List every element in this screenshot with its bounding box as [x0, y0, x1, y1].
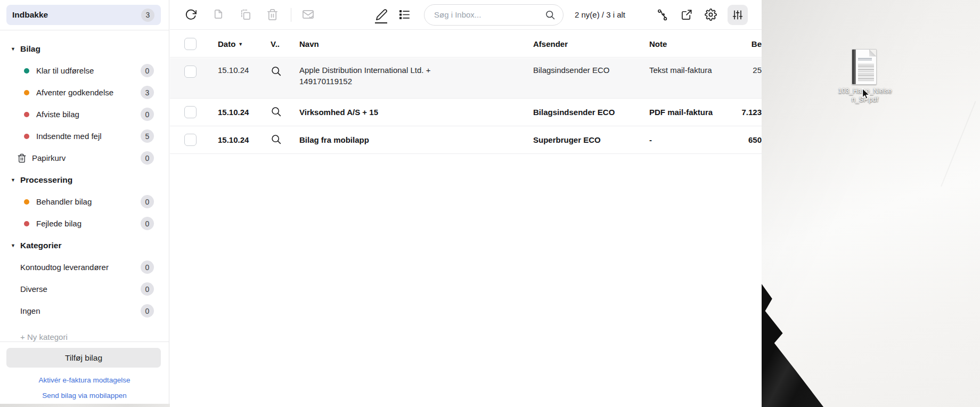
- count-badge: 0: [141, 217, 154, 230]
- row-name: Virksomhed A/S + 15: [290, 108, 533, 117]
- row-date: 15.10.24: [203, 108, 263, 117]
- sidebar-item-kontoudtog-leverandorer[interactable]: Kontoudtog leverandører 0: [0, 256, 169, 278]
- sidebar-section-kategorier[interactable]: ▼ Kategorier: [0, 234, 169, 256]
- new-category-button[interactable]: + Ny kategori: [0, 326, 169, 341]
- toolbar-separator: [291, 8, 291, 22]
- edit-mode-button[interactable]: [374, 8, 388, 22]
- status-dot-orange-icon: [24, 199, 29, 205]
- sidebar-item-afventer-godkendelse[interactable]: Afventer godkendelse 3: [0, 82, 169, 103]
- column-header-date[interactable]: Dato▼: [203, 39, 263, 48]
- open-external-button[interactable]: [680, 8, 693, 22]
- desktop-file-pdf[interactable]: [852, 49, 877, 85]
- row-name: Apple Distribution International Ltd. + …: [290, 58, 533, 86]
- wallpaper-black-shape: [762, 284, 832, 407]
- count-badge: 0: [141, 304, 154, 318]
- row-sender: Superbruger ECO: [533, 135, 649, 144]
- sidebar: Indbakke 3 ▼ Bilag Klar til udførelse 0 …: [0, 0, 169, 407]
- app-window: Indbakke 3 ▼ Bilag Klar til udførelse 0 …: [0, 0, 762, 407]
- column-header-amount[interactable]: Be: [740, 39, 762, 48]
- sidebar-item-ingen[interactable]: Ingen 0: [0, 300, 169, 322]
- sliders-icon: [732, 9, 744, 21]
- count-badge: 3: [141, 86, 154, 99]
- count-badge: 0: [141, 151, 154, 165]
- sidebar-item-afviste-bilag[interactable]: Afviste bilag 0: [0, 103, 169, 125]
- item-count-text: 2 ny(e) / 3 i alt: [575, 10, 625, 19]
- count-badge: 0: [141, 282, 154, 296]
- activate-efaktura-link[interactable]: Aktivér e-faktura modtagelse: [0, 376, 169, 384]
- filter-sliders-button[interactable]: [728, 5, 748, 25]
- copy-document-button[interactable]: [211, 8, 225, 22]
- sidebar-item-fejlede-bilag[interactable]: Fejlede bilag 0: [0, 213, 169, 234]
- list-view-button[interactable]: [397, 8, 411, 22]
- mail-check-icon: [302, 9, 314, 21]
- refresh-icon: [185, 9, 197, 21]
- mouse-cursor: [860, 87, 871, 101]
- inbox-label: Indbakke: [12, 10, 141, 20]
- chevron-down-icon: ▼: [11, 46, 20, 52]
- add-bilag-button[interactable]: Tilføj bilag: [6, 348, 161, 368]
- preview-magnifier-icon[interactable]: [271, 106, 282, 117]
- row-note: Tekst mail-faktura: [649, 58, 740, 75]
- row-sender: Bilagsindsender ECO: [533, 58, 649, 75]
- search-box: [424, 4, 564, 26]
- column-header-note[interactable]: Note: [649, 39, 740, 48]
- count-badge: 0: [141, 195, 154, 208]
- active-underline: [375, 22, 387, 23]
- chevron-down-icon: ▼: [11, 243, 20, 248]
- select-all-checkbox[interactable]: [184, 38, 197, 50]
- column-header-view[interactable]: V..: [263, 39, 290, 48]
- sidebar-item-behandler-bilag[interactable]: Behandler bilag 0: [0, 191, 169, 213]
- row-note: -: [649, 135, 740, 144]
- row-checkbox[interactable]: [184, 134, 197, 146]
- duplicate-document-button[interactable]: [238, 8, 252, 22]
- row-checkbox[interactable]: [184, 106, 197, 118]
- sidebar-nav: ▼ Bilag Klar til udførelse 0 Afventer go…: [0, 30, 169, 341]
- sidebar-item-diverse[interactable]: Diverse 0: [0, 278, 169, 300]
- sidebar-item-klar-til-udforelse[interactable]: Klar til udførelse 0: [0, 60, 169, 82]
- status-dot-red-icon: [24, 134, 29, 139]
- sidebar-section-processering[interactable]: ▼ Processering: [0, 169, 169, 191]
- row-note: PDF mail-faktura: [649, 108, 740, 117]
- desktop-wallpaper: 103_Harre_Nielse n_SP.pdf: [762, 0, 980, 407]
- table-row[interactable]: 15.10.24 Bilag fra mobilapp Superbruger …: [170, 126, 762, 154]
- sidebar-item-indsendte-med-fejl[interactable]: Indsendte med fejl 5: [0, 125, 169, 147]
- status-dot-orange-icon: [24, 90, 29, 95]
- gear-icon: [705, 9, 717, 21]
- table-row[interactable]: 15.10.24 Virksomhed A/S + 15 Bilagsindse…: [170, 99, 762, 126]
- row-name: Bilag fra mobilapp: [290, 135, 533, 144]
- workflow-route-button[interactable]: [656, 8, 669, 22]
- pdf-document-icon: [852, 49, 877, 85]
- row-checkbox[interactable]: [184, 66, 197, 78]
- table-body: 15.10.24 Apple Distribution Internationa…: [170, 58, 762, 154]
- refresh-button[interactable]: [184, 8, 198, 22]
- status-dot-green-icon: [24, 68, 29, 74]
- preview-magnifier-icon[interactable]: [271, 134, 282, 145]
- row-amount: 650: [740, 135, 762, 144]
- sidebar-item-papirkurv[interactable]: Papirkurv 0: [0, 147, 169, 169]
- search-icon[interactable]: [545, 10, 556, 20]
- count-badge: 5: [141, 129, 154, 143]
- table-row[interactable]: 15.10.24 Apple Distribution Internationa…: [170, 58, 762, 99]
- count-badge: 0: [141, 64, 154, 77]
- column-header-name[interactable]: Navn: [290, 39, 533, 48]
- external-link-icon: [681, 9, 693, 21]
- column-header-sender[interactable]: Afsender: [533, 39, 649, 48]
- preview-magnifier-icon[interactable]: [271, 66, 282, 77]
- send-bilag-mobile-link[interactable]: Send bilag via mobilappen: [0, 392, 169, 400]
- count-badge: 0: [141, 108, 154, 121]
- route-icon: [657, 9, 669, 21]
- inbox-count-badge: 3: [141, 9, 154, 22]
- status-dot-red-icon: [24, 221, 29, 226]
- sidebar-footer: Tilføj bilag Aktivér e-faktura modtagels…: [0, 341, 169, 407]
- status-dot-red-icon: [24, 112, 29, 117]
- settings-button[interactable]: [704, 8, 717, 22]
- delete-button[interactable]: [265, 8, 279, 22]
- mark-mail-button[interactable]: [301, 8, 315, 22]
- sidebar-item-inbox[interactable]: Indbakke 3: [6, 5, 161, 25]
- trash-icon: [266, 9, 279, 21]
- search-input[interactable]: [434, 10, 545, 19]
- sidebar-section-bilag[interactable]: ▼ Bilag: [0, 38, 169, 60]
- trash-icon: [17, 153, 27, 163]
- toolbar-right-icons: [656, 5, 748, 25]
- sort-desc-icon: ▼: [238, 42, 243, 47]
